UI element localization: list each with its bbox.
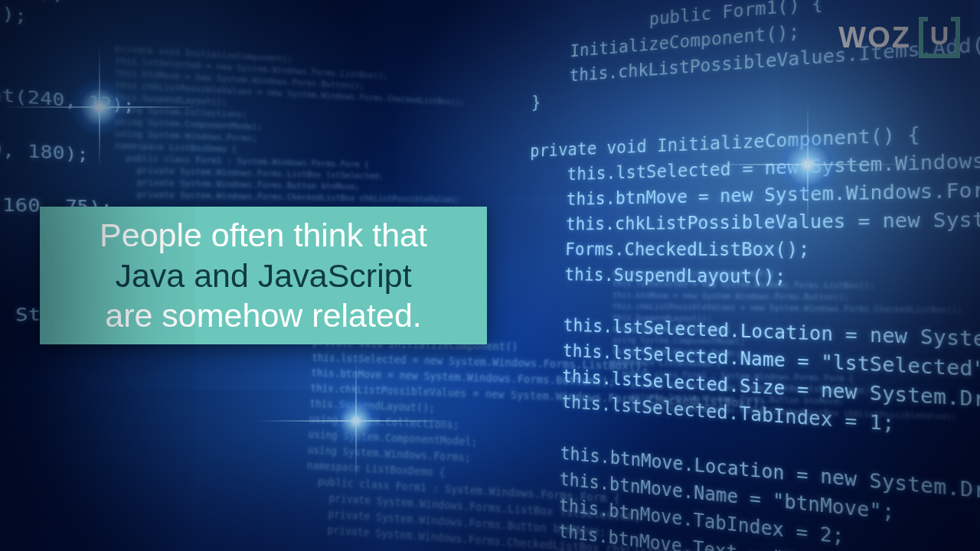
caption-box: People often think that Java and JavaScr… [40, 207, 487, 344]
caption-line-2: Java and JavaScript [115, 256, 411, 295]
woz-u-logo: WOZ U [838, 17, 960, 58]
caption-line-3: are somehow related. [105, 295, 422, 335]
caption-line-1: People often think that [100, 215, 427, 255]
logo-box-icon: U [919, 17, 960, 58]
video-frame: private void InitializeComponent() this.… [0, 0, 980, 551]
logo-text: WOZ [838, 21, 911, 54]
logo-box-letter: U [930, 21, 949, 51]
code-panel-mid: private void InitializeComponent() this.… [303, 334, 767, 551]
